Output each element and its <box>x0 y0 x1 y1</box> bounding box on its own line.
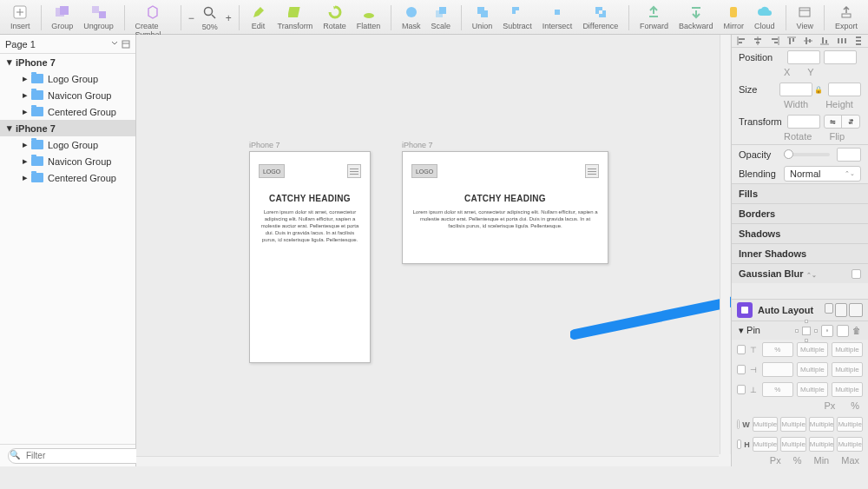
pin-gear-button[interactable] <box>837 325 849 337</box>
position-y-field[interactable] <box>824 50 857 64</box>
svg-rect-48 <box>856 43 861 45</box>
device-watch-icon[interactable] <box>825 303 833 314</box>
inner-shadows-section[interactable]: Inner Shadows <box>732 243 868 263</box>
layer-row[interactable]: ▸Navicon Group <box>0 153 135 169</box>
opacity-slider[interactable] <box>784 153 830 156</box>
align-bottom-icon[interactable] <box>819 35 831 47</box>
mirror-button[interactable]: Mirror <box>719 2 750 32</box>
artboard-label[interactable]: iPhone 7 <box>402 141 608 149</box>
zoom-out-button[interactable]: − <box>188 12 194 24</box>
pin-label: Pin <box>746 325 760 335</box>
blending-select[interactable]: Normal⌃⌄ <box>784 166 861 182</box>
h-check[interactable] <box>737 439 741 449</box>
pin-center-button[interactable]: ◦ <box>821 325 833 337</box>
height-field[interactable] <box>828 83 861 96</box>
layer-row[interactable]: ▸Logo Group <box>0 70 135 87</box>
distribute-h-icon[interactable] <box>836 35 848 47</box>
union-button[interactable]: Union <box>467 2 498 32</box>
difference-button[interactable]: Difference <box>577 2 623 32</box>
disclose-icon[interactable]: ▾ <box>5 58 14 67</box>
fills-section[interactable]: Fills <box>732 183 868 203</box>
zoom-button[interactable]: 50% <box>196 3 224 33</box>
pin-left-icon: ⊣ <box>749 366 759 374</box>
svg-rect-44 <box>841 38 843 43</box>
layer-row[interactable]: ▸Centered Group <box>0 169 135 186</box>
logo-placeholder: LOGO <box>259 164 285 178</box>
artboard-label[interactable]: iPhone 7 <box>249 141 371 149</box>
flip-segment[interactable]: ⇋⇵ <box>824 115 860 129</box>
artboard-row[interactable]: ▾iPhone 7 <box>0 54 135 70</box>
insert-button[interactable]: Insert <box>5 2 36 32</box>
mask-button[interactable]: Mask <box>397 2 426 32</box>
device-tablet-icon[interactable] <box>849 303 863 317</box>
svg-rect-5 <box>92 6 99 13</box>
scrollbar-vertical[interactable] <box>720 35 730 454</box>
artboard[interactable]: iPhone 7 LOGO CATCHY HEADING Lorem ipsum… <box>402 141 608 264</box>
gaussian-blur-section[interactable]: Gaussian Blur ⌃⌄ <box>732 263 868 283</box>
align-top-icon[interactable] <box>786 35 798 47</box>
zoom-in-button[interactable]: + <box>226 12 232 24</box>
chevron-updown-icon[interactable]: ⌃⌄ <box>806 272 817 278</box>
flip-v-icon[interactable]: ⇵ <box>842 116 859 128</box>
borders-section[interactable]: Borders <box>732 203 868 223</box>
align-vcenter-icon[interactable] <box>802 35 814 47</box>
rotate-button[interactable]: Rotate <box>318 2 352 32</box>
position-x-field[interactable] <box>787 50 820 64</box>
opacity-field[interactable] <box>837 148 861 162</box>
align-left-icon[interactable] <box>735 35 747 47</box>
distribute-v-icon[interactable] <box>852 35 865 47</box>
disclose-icon[interactable]: ▸ <box>21 75 30 83</box>
opacity-label: Opacity <box>739 149 784 160</box>
align-hcenter-icon[interactable] <box>752 35 764 47</box>
width-field[interactable] <box>779 83 812 96</box>
artboard-row[interactable]: ▾iPhone 7 <box>0 120 135 136</box>
view-button[interactable]: View <box>791 2 819 32</box>
gblur-checkbox[interactable] <box>852 269 861 279</box>
group-button[interactable]: Group <box>46 2 78 32</box>
pin-top-pct[interactable]: % <box>762 342 793 357</box>
pin-left-check[interactable] <box>737 365 746 374</box>
layer-row[interactable]: ▸Navicon Group <box>0 87 135 103</box>
pin-top-icon: ⊤ <box>749 346 759 354</box>
rotate-field[interactable] <box>787 115 820 129</box>
lock-icon[interactable]: 🔒 <box>814 86 823 94</box>
svg-rect-45 <box>845 38 846 43</box>
filter-input[interactable] <box>8 448 153 464</box>
alignment-controls[interactable] <box>732 35 868 48</box>
pages-panel-icon[interactable] <box>122 40 130 49</box>
intersect-button[interactable]: Intersect <box>537 2 578 32</box>
backward-button[interactable]: Backward <box>674 2 719 32</box>
pin-top-check[interactable] <box>737 345 746 354</box>
forward-button[interactable]: Forward <box>635 2 674 32</box>
export-button[interactable]: Export <box>830 2 863 32</box>
layer-row[interactable]: ▸Centered Group <box>0 103 135 120</box>
flip-h-icon[interactable]: ⇋ <box>825 116 842 128</box>
svg-rect-39 <box>809 39 811 43</box>
cloud-button[interactable]: Cloud <box>749 2 780 32</box>
pin-top-px[interactable]: Multiple <box>797 342 828 357</box>
svg-rect-41 <box>822 37 824 43</box>
align-right-icon[interactable] <box>769 35 781 47</box>
canvas[interactable]: iPhone 7 LOGO CATCHY HEADING Lorem ipsum… <box>136 35 732 466</box>
scrollbar-horizontal[interactable] <box>136 456 719 466</box>
layer-row[interactable]: ▸Logo Group <box>0 136 135 153</box>
flatten-button[interactable]: Flatten <box>352 2 386 32</box>
subtract-button[interactable]: Subtract <box>497 2 537 32</box>
pin-dial[interactable] <box>795 320 818 342</box>
layer-tree[interactable]: ▾iPhone 7 ▸Logo Group ▸Navicon Group ▸Ce… <box>0 54 135 444</box>
w-check[interactable] <box>737 420 740 429</box>
device-phone-icon[interactable] <box>835 303 847 317</box>
shadows-section[interactable]: Shadows <box>732 223 868 243</box>
pin-bottom-check[interactable] <box>737 385 746 394</box>
device-presets[interactable] <box>825 303 863 317</box>
pages-dropdown[interactable]: Page 1 <box>0 35 135 54</box>
svg-rect-32 <box>772 38 778 40</box>
transform-button[interactable]: Transform <box>273 2 319 32</box>
pin-top-val[interactable]: Multiple <box>832 342 863 357</box>
edit-button[interactable]: Edit <box>245 2 273 32</box>
scale-button[interactable]: Scale <box>426 2 457 32</box>
annotation-arrow <box>570 278 732 343</box>
artboard[interactable]: iPhone 7 LOGO CATCHY HEADING Lorem ipsum… <box>249 141 371 363</box>
ungroup-button[interactable]: Ungroup <box>78 2 119 32</box>
trash-icon[interactable]: 🗑 <box>852 326 861 335</box>
